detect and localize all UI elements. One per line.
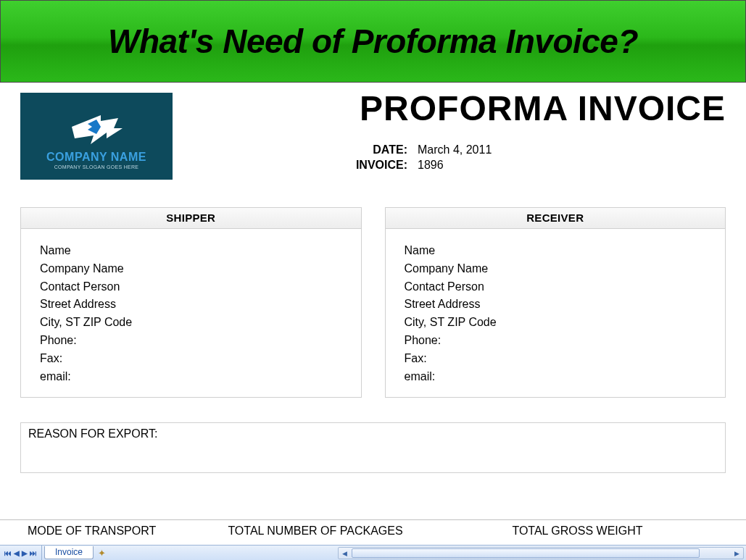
column-headers-row: MODE OF TRANSPORT TOTAL NUMBER OF PACKAG… <box>0 520 746 538</box>
sheet-tab-strip: ⏮ ◀ ▶ ⏭ Invoice ✦ ◀ ▶ <box>0 545 746 560</box>
new-sheet-icon[interactable]: ✦ <box>98 548 106 559</box>
tab-nav-buttons[interactable]: ⏮ ◀ ▶ ⏭ <box>0 546 42 560</box>
shipper-fields: Name Company Name Contact Person Street … <box>21 229 361 385</box>
company-slogan-text: COMPANY SLOGAN GOES HERE <box>54 164 139 170</box>
invoice-document: COMPANY NAME COMPANY SLOGAN GOES HERE PR… <box>0 83 746 473</box>
nav-first-icon[interactable]: ⏮ <box>4 549 12 557</box>
invoice-header-row: COMPANY NAME COMPANY SLOGAN GOES HERE PR… <box>20 93 726 180</box>
receiver-field: Company Name <box>405 260 726 278</box>
shipper-field: Street Address <box>40 296 361 314</box>
invoice-meta: DATE: March 4, 2011 INVOICE: 1896 <box>183 143 726 172</box>
export-reason-box: REASON FOR EXPORT: <box>20 422 726 473</box>
shipper-field: email: <box>40 368 361 386</box>
arrow-logo-icon <box>67 109 125 149</box>
invoice-title: PROFORMA INVOICE <box>183 91 726 126</box>
invoice-header-block: PROFORMA INVOICE DATE: March 4, 2011 INV… <box>173 93 726 172</box>
shipper-field: Contact Person <box>40 278 361 296</box>
receiver-box: RECEIVER Name Company Name Contact Perso… <box>385 207 726 398</box>
company-name-text: COMPANY NAME <box>46 151 146 164</box>
receiver-field: Street Address <box>405 296 726 314</box>
invoice-date-value: March 4, 2011 <box>418 143 492 156</box>
parties-row: SHIPPER Name Company Name Contact Person… <box>20 207 726 398</box>
shipper-field: City, ST ZIP Code <box>40 314 361 332</box>
nav-prev-icon[interactable]: ◀ <box>14 549 20 557</box>
col-weight: TOTAL GROSS WEIGHT <box>444 525 726 538</box>
receiver-header: RECEIVER <box>386 207 726 229</box>
receiver-field: Phone: <box>405 332 726 350</box>
col-transport: MODE OF TRANSPORT <box>20 525 187 538</box>
slide-title-bar: What's Need of Proforma Invoice? <box>0 0 746 83</box>
shipper-field: Fax: <box>40 350 361 368</box>
shipper-field: Company Name <box>40 260 361 278</box>
scroll-thumb[interactable] <box>352 548 700 558</box>
shipper-field: Phone: <box>40 332 361 350</box>
receiver-field: Name <box>405 242 726 260</box>
nav-last-icon[interactable]: ⏭ <box>30 549 37 557</box>
company-logo: COMPANY NAME COMPANY SLOGAN GOES HERE <box>20 93 173 180</box>
receiver-field: email: <box>405 368 726 386</box>
sheet-tab-invoice[interactable]: Invoice <box>44 546 94 559</box>
slide-title: What's Need of Proforma Invoice? <box>108 22 638 61</box>
invoice-number-value: 1896 <box>418 159 444 172</box>
shipper-box: SHIPPER Name Company Name Contact Person… <box>20 207 362 398</box>
bottom-bar: MODE OF TRANSPORT TOTAL NUMBER OF PACKAG… <box>0 519 746 560</box>
receiver-field: City, ST ZIP Code <box>405 314 726 332</box>
invoice-number-row: INVOICE: 1896 <box>183 159 595 172</box>
scroll-right-icon[interactable]: ▶ <box>731 548 743 559</box>
nav-next-icon[interactable]: ▶ <box>22 549 28 557</box>
shipper-field: Name <box>40 242 361 260</box>
shipper-header: SHIPPER <box>21 207 361 229</box>
receiver-field: Contact Person <box>405 278 726 296</box>
invoice-date-row: DATE: March 4, 2011 <box>183 143 595 156</box>
horizontal-scrollbar[interactable]: ◀ ▶ <box>338 547 744 559</box>
export-reason-label: REASON FOR EXPORT: <box>28 427 157 440</box>
scroll-left-icon[interactable]: ◀ <box>339 548 351 559</box>
receiver-fields: Name Company Name Contact Person Street … <box>386 229 726 385</box>
col-packages: TOTAL NUMBER OF PACKAGES <box>203 525 428 538</box>
invoice-number-label: INVOICE: <box>183 159 407 172</box>
receiver-field: Fax: <box>405 350 726 368</box>
invoice-date-label: DATE: <box>183 143 407 156</box>
